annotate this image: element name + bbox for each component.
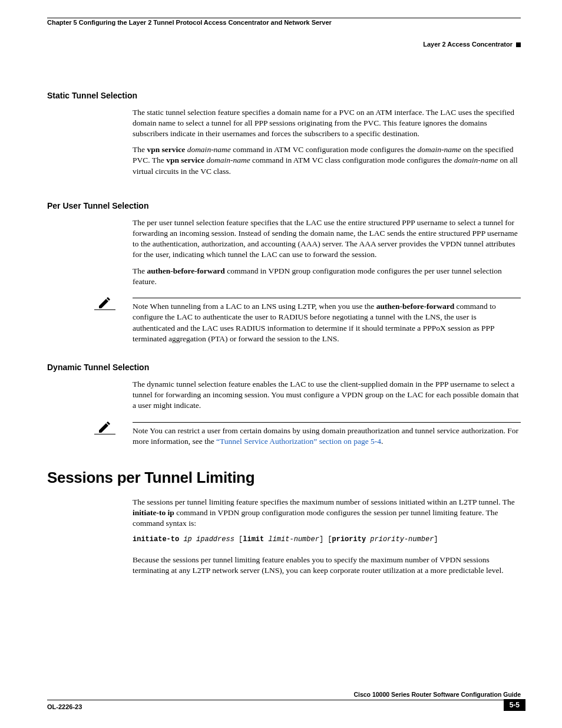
section-label: Layer 2 Access Concentrator bbox=[423, 41, 513, 48]
peruser-p1: The per user tunnel selection feature sp… bbox=[133, 218, 521, 261]
heading-dynamic: Dynamic Tunnel Selection bbox=[47, 362, 521, 373]
note-rule bbox=[133, 298, 521, 298]
note-label: Note bbox=[133, 426, 148, 435]
static-p2: The vpn service domain-name command in A… bbox=[133, 144, 521, 177]
running-header: Chapter 5 Configuring the Layer 2 Tunnel… bbox=[47, 18, 521, 27]
footer-guide: Cisco 10000 Series Router Software Confi… bbox=[47, 690, 521, 699]
dynamic-note: Note You can restrict a user from certai… bbox=[133, 422, 521, 447]
note-label: Note bbox=[133, 302, 148, 311]
sessions-p1: The sessions per tunnel limiting feature… bbox=[133, 497, 521, 529]
note-rule bbox=[133, 422, 521, 423]
note-body: Note When tunneling from a LAC to an LNS… bbox=[133, 301, 521, 344]
heading-sessions: Sessions per Tunnel Limiting bbox=[47, 467, 521, 488]
doc-number: OL-2226-23 bbox=[47, 703, 82, 711]
dynamic-p1: The dynamic tunnel selection feature ena… bbox=[133, 379, 521, 411]
static-content: The static tunnel selection feature spec… bbox=[133, 107, 521, 177]
heading-peruser: Per User Tunnel Selection bbox=[47, 200, 521, 212]
sessions-p2: Because the sessions per tunnel limiting… bbox=[133, 555, 521, 576]
page: Chapter 5 Configuring the Layer 2 Tunnel… bbox=[0, 0, 562, 728]
sessions-content: The sessions per tunnel limiting feature… bbox=[133, 497, 521, 576]
chapter-label: Chapter 5 Configuring the Layer 2 Tunnel… bbox=[47, 18, 332, 27]
note-pencil-icon bbox=[94, 421, 115, 434]
header-rule bbox=[47, 18, 521, 18]
command-syntax: initiate-to ip ipaddress [limit limit-nu… bbox=[133, 535, 521, 544]
note-body: Note You can restrict a user from certai… bbox=[133, 426, 521, 447]
peruser-note: Note When tunneling from a LAC to an LNS… bbox=[133, 298, 521, 344]
xref-link[interactable]: “Tunnel Service Authorization” section o… bbox=[216, 437, 381, 446]
header-marker-icon bbox=[516, 42, 521, 47]
heading-static: Static Tunnel Selection bbox=[47, 90, 521, 101]
peruser-content: The per user tunnel selection feature sp… bbox=[133, 218, 521, 344]
footer-rule: 5-5 bbox=[47, 700, 521, 700]
note-pencil-icon bbox=[94, 297, 115, 310]
footer: Cisco 10000 Series Router Software Confi… bbox=[47, 690, 521, 711]
section-header: Layer 2 Access Concentrator bbox=[47, 40, 521, 49]
page-number-badge: 5-5 bbox=[504, 699, 525, 711]
static-p1: The static tunnel selection feature spec… bbox=[133, 107, 521, 140]
peruser-p2: The authen-before-forward command in VPD… bbox=[133, 266, 521, 287]
dynamic-content: The dynamic tunnel selection feature ena… bbox=[133, 379, 521, 447]
